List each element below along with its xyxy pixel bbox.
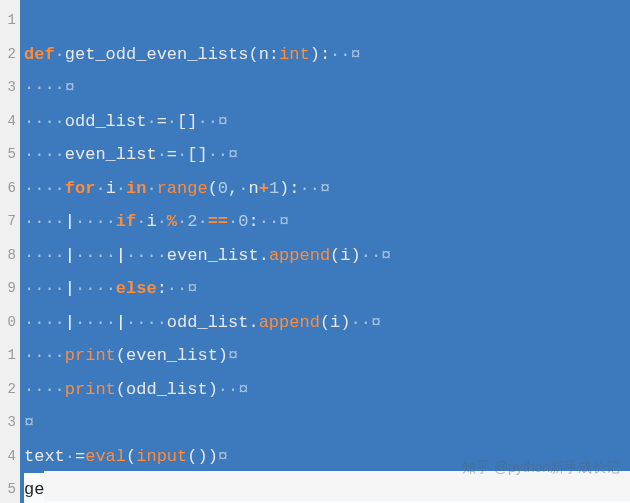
code-line[interactable]: ····odd_list·=·[]··¤ — [24, 105, 630, 139]
line-number: 9 — [2, 272, 16, 306]
line-number: 2 — [2, 373, 16, 407]
line-number: 8 — [2, 239, 16, 273]
code-line[interactable]: ····|····else:··¤ — [24, 272, 630, 306]
code-line[interactable]: def·get_odd_even_lists(n:int):··¤ — [24, 38, 630, 72]
code-line[interactable]: text·=eval(input())¤ — [24, 440, 630, 474]
line-number: 3 — [2, 406, 16, 440]
line-number: 4 — [2, 105, 16, 139]
line-number: 3 — [2, 71, 16, 105]
code-line[interactable]: ····for·i·in·range(0,·n+1):··¤ — [24, 172, 630, 206]
code-line[interactable]: ····|····|····even_list.append(i)··¤ — [24, 239, 630, 273]
code-line[interactable]: ····even_list·=·[]··¤ — [24, 138, 630, 172]
line-number: 2 — [2, 38, 16, 72]
line-number: 4 — [2, 440, 16, 474]
line-number: 1 — [2, 4, 16, 38]
line-number: 1 — [2, 339, 16, 373]
code-line[interactable]: ····|····|····odd_list.append(i)··¤ — [24, 306, 630, 340]
code-line[interactable]: ¤ — [24, 406, 630, 440]
line-number: 5 — [2, 138, 16, 172]
line-number: 0 — [2, 306, 16, 340]
code-line[interactable]: ····¤ — [24, 71, 630, 105]
code-line[interactable]: ····print(even_list)¤ — [24, 339, 630, 373]
code-area[interactable]: def·get_odd_even_lists(n:int):··¤····¤··… — [20, 0, 630, 503]
line-number: 7 — [2, 205, 16, 239]
line-number: 5 — [2, 473, 16, 503]
current-line-highlight — [44, 471, 630, 501]
line-number-gutter: 1 2 3 4 5 6 7 8 9 0 1 2 3 4 5 — [0, 0, 20, 503]
code-editor[interactable]: 1 2 3 4 5 6 7 8 9 0 1 2 3 4 5 def·get_od… — [0, 0, 630, 503]
line-number: 6 — [2, 172, 16, 206]
code-line[interactable]: ····|····if·i·%·2·==·0:··¤ — [24, 205, 630, 239]
code-line[interactable]: ····print(odd_list)··¤ — [24, 373, 630, 407]
